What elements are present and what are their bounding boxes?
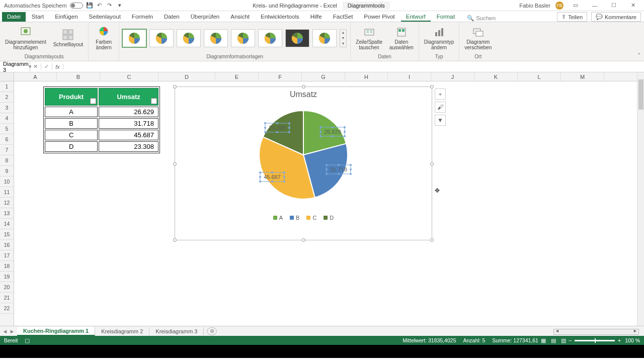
column-header[interactable]: F	[259, 72, 302, 81]
zoom-in-icon[interactable]: +	[618, 337, 621, 343]
sheet-nav-buttons[interactable]: ◄ ►	[0, 328, 17, 334]
column-header[interactable]: L	[518, 72, 561, 81]
table-header-umsatz[interactable]: Umsatz ▾	[99, 88, 158, 106]
select-all-corner[interactable]	[0, 72, 14, 81]
table-header-produkt[interactable]: Produkt ▾	[45, 88, 98, 106]
share-button[interactable]: ⇪ Teilen	[557, 12, 587, 22]
chart-style-thumb[interactable]	[285, 29, 309, 47]
page-layout-view-icon[interactable]: ▤	[548, 337, 558, 343]
horizontal-scrollbar[interactable]	[553, 329, 639, 335]
data-label[interactable]: 26.629	[324, 129, 341, 135]
filter-icon[interactable]: ▾	[151, 98, 157, 104]
column-header[interactable]: A	[14, 72, 57, 81]
row-header[interactable]: 15	[0, 229, 14, 240]
zoom-slider[interactable]	[575, 340, 615, 341]
minimize-icon[interactable]: —	[588, 3, 602, 9]
row-header[interactable]: 1	[0, 81, 14, 92]
tab-file[interactable]: Datei	[2, 12, 26, 22]
cells-area[interactable]: Produkt ▾ Umsatz ▾ A26.629 B31.718 C45.6…	[14, 81, 644, 326]
resize-handle[interactable]	[430, 162, 434, 166]
resize-handle[interactable]	[173, 238, 177, 242]
data-label[interactable]: 23.308	[269, 125, 286, 131]
chart-style-thumb[interactable]	[149, 29, 174, 47]
column-header[interactable]: I	[388, 72, 431, 81]
row-header[interactable]: 17	[0, 250, 14, 261]
resize-handle[interactable]	[173, 85, 177, 88]
normal-view-icon[interactable]: ▦	[538, 337, 548, 343]
redo-icon[interactable]: ↷	[106, 2, 113, 9]
collapse-ribbon-icon[interactable]: ⌃	[637, 52, 641, 58]
row-header[interactable]: 9	[0, 166, 14, 176]
row-header[interactable]: 22	[0, 303, 14, 314]
column-header[interactable]: D	[158, 72, 215, 81]
tab-format[interactable]: Format	[432, 12, 460, 22]
row-header[interactable]: 8	[0, 155, 14, 166]
sheet-tab[interactable]: Kuchen-Ringdiagramm 1	[17, 327, 95, 336]
column-header[interactable]: K	[474, 72, 518, 81]
column-header[interactable]: C	[100, 72, 158, 81]
tab-einfuegen[interactable]: Einfügen	[50, 12, 83, 22]
resize-handle[interactable]	[302, 85, 305, 88]
tab-factset[interactable]: FactSet	[328, 12, 358, 22]
page-break-view-icon[interactable]: ▧	[558, 337, 569, 343]
user-avatar[interactable]: FB	[555, 2, 564, 10]
tab-start[interactable]: Start	[27, 12, 49, 22]
quick-layout-button[interactable]: Schnelllayout	[51, 28, 85, 48]
select-data-button[interactable]: Daten auswählen	[387, 25, 416, 51]
change-colors-button[interactable]: Farben ändern	[92, 25, 116, 51]
row-header[interactable]: 12	[0, 198, 14, 208]
chart-style-thumb[interactable]	[312, 29, 337, 47]
maximize-icon[interactable]: ☐	[607, 2, 621, 9]
chart-title[interactable]: Umsatz	[175, 87, 432, 99]
tab-entwicklertools[interactable]: Entwicklertools	[256, 12, 304, 22]
pie-chart[interactable]: 26.62931.71845.68723.308	[213, 102, 394, 213]
comments-button[interactable]: 💬 Kommentare	[591, 12, 641, 22]
resize-handle[interactable]	[430, 85, 434, 88]
filter-icon[interactable]: ▾	[90, 98, 96, 104]
column-header[interactable]: G	[302, 72, 345, 81]
style-gallery-more[interactable]: ▴▾▾	[340, 29, 347, 47]
undo-icon[interactable]: ↶	[96, 2, 103, 9]
vertical-scrollbar[interactable]	[637, 72, 644, 326]
row-header[interactable]: 6	[0, 134, 14, 145]
tab-entwurf[interactable]: Entwurf	[401, 12, 431, 22]
tab-ansicht[interactable]: Ansicht	[225, 12, 255, 22]
close-icon[interactable]: ✕	[626, 2, 640, 9]
new-sheet-button[interactable]: ⊕	[207, 327, 217, 335]
name-box[interactable]: Diagramm 3▾	[0, 61, 30, 73]
change-chart-type-button[interactable]: Diagrammtyp ändern	[422, 25, 456, 51]
sheet-tab[interactable]: Kreisdiagramm 2	[95, 327, 149, 335]
search-box[interactable]: 🔍 Suchen	[467, 15, 496, 22]
row-header[interactable]: 3	[0, 103, 14, 113]
row-header[interactable]: 10	[0, 176, 14, 187]
data-label[interactable]: 45.687	[264, 174, 281, 180]
column-header[interactable]: M	[561, 72, 604, 81]
chart-filter-button[interactable]: ▼	[435, 115, 446, 126]
chart-legend[interactable]: A B C D	[175, 215, 432, 221]
resize-handle[interactable]	[430, 238, 434, 242]
column-header[interactable]: J	[431, 72, 474, 81]
tab-seitenlayout[interactable]: Seitenlayout	[84, 12, 126, 22]
row-header[interactable]: 4	[0, 113, 14, 124]
chart-styles-button[interactable]: 🖌	[435, 102, 446, 113]
cancel-formula-icon[interactable]: ✕	[30, 63, 41, 70]
tab-ueberpruefen[interactable]: Überprüfen	[186, 12, 225, 22]
sheet-tab[interactable]: Kreisdiagramm 3	[149, 327, 204, 335]
row-header[interactable]: 20	[0, 282, 14, 293]
row-header[interactable]: 14	[0, 219, 14, 229]
chart-elements-button[interactable]: ＋	[435, 88, 446, 100]
row-header[interactable]: 13	[0, 208, 14, 219]
zoom-out-icon[interactable]: −	[569, 337, 572, 343]
column-header[interactable]: E	[215, 72, 259, 81]
row-header[interactable]: 5	[0, 124, 14, 134]
row-header[interactable]: 11	[0, 187, 14, 198]
row-header[interactable]: 16	[0, 240, 14, 250]
tab-formeln[interactable]: Formeln	[127, 12, 158, 22]
data-label[interactable]: 31.718	[330, 166, 347, 172]
chart-object[interactable]: Umsatz 26.62931.71845.68723.308 A B C D	[175, 86, 432, 240]
autosave-toggle[interactable]	[70, 3, 83, 9]
qat-dropdown-icon[interactable]: ▾	[116, 2, 123, 9]
tab-daten[interactable]: Daten	[159, 12, 185, 22]
row-header[interactable]: 7	[0, 145, 14, 155]
save-icon[interactable]: 💾	[86, 2, 93, 9]
